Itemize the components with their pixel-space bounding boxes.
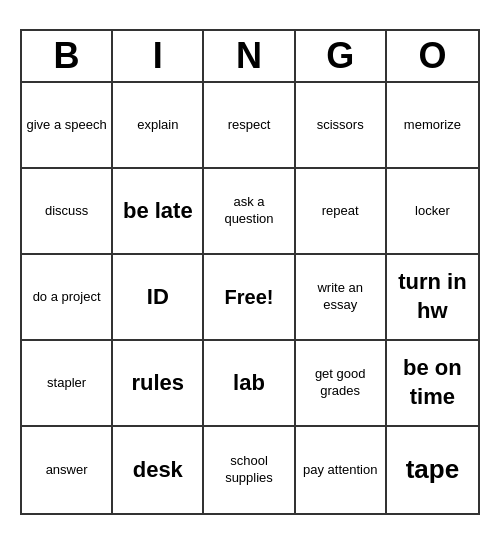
bingo-cell: pay attention	[296, 427, 387, 513]
bingo-cell: do a project	[22, 255, 113, 341]
bingo-cell: answer	[22, 427, 113, 513]
bingo-cell: write an essay	[296, 255, 387, 341]
bingo-cell: rules	[113, 341, 204, 427]
bingo-cell: be late	[113, 169, 204, 255]
bingo-cell: be on time	[387, 341, 478, 427]
bingo-cell: explain	[113, 83, 204, 169]
bingo-cell: lab	[204, 341, 295, 427]
header-letter: N	[204, 31, 295, 81]
bingo-cell: scissors	[296, 83, 387, 169]
bingo-cell: get good grades	[296, 341, 387, 427]
bingo-cell: Free!	[204, 255, 295, 341]
bingo-cell: memorize	[387, 83, 478, 169]
bingo-cell: discuss	[22, 169, 113, 255]
header-letter: G	[296, 31, 387, 81]
bingo-cell: ask a question	[204, 169, 295, 255]
bingo-cell: respect	[204, 83, 295, 169]
header-letter: O	[387, 31, 478, 81]
bingo-cell: repeat	[296, 169, 387, 255]
bingo-cell: ID	[113, 255, 204, 341]
header-letter: I	[113, 31, 204, 81]
bingo-cell: tape	[387, 427, 478, 513]
bingo-cell: desk	[113, 427, 204, 513]
bingo-card: BINGO give a speechexplainrespectscissor…	[20, 29, 480, 515]
bingo-grid: give a speechexplainrespectscissorsmemor…	[22, 83, 478, 513]
bingo-cell: stapler	[22, 341, 113, 427]
bingo-cell: school supplies	[204, 427, 295, 513]
header-letter: B	[22, 31, 113, 81]
bingo-cell: locker	[387, 169, 478, 255]
bingo-cell: give a speech	[22, 83, 113, 169]
bingo-header: BINGO	[22, 31, 478, 83]
bingo-cell: turn in hw	[387, 255, 478, 341]
